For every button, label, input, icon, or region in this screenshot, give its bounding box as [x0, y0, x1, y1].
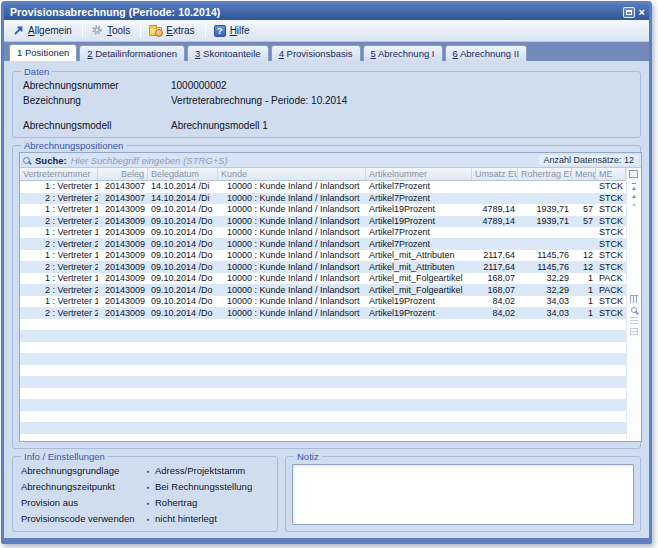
table-row[interactable]: 1 : Vertreter 1 20143007 14.10.2014 /Di …	[20, 181, 626, 193]
menu-allgemein[interactable]: Allgemein	[7, 22, 80, 39]
table-row[interactable]: 1 : Vertreter 1 20143009 09.10.2014 /Do …	[20, 296, 626, 308]
menu-hilfe[interactable]: ? Hilfe	[208, 22, 258, 40]
table-row[interactable]: 2 : Vertreter 2 20143009 09.10.2014 /Do …	[20, 308, 626, 320]
menu-tools[interactable]: Tools	[85, 21, 138, 41]
table-row[interactable]: 1 : Vertreter 1 20143009 09.10.2014 /Do …	[20, 227, 626, 239]
field-abrechnungsnummer: Abrechnungsnummer 1000000002	[23, 80, 630, 92]
daten-legend: Daten	[21, 66, 52, 77]
cell-beleg: 20143009	[98, 227, 148, 239]
scroll-to-top-button[interactable]: ▴	[632, 183, 636, 192]
notiz-textarea[interactable]	[292, 464, 634, 525]
info-row-grundlage: Abrechnungsgrundlage ▪ Adress/Projektsta…	[21, 465, 269, 476]
tab-abrechnung-1[interactable]: 5 Abrechnung I	[363, 45, 443, 61]
cell-kunde: 10000 : Kunde Inland / Inlandsort	[218, 239, 366, 251]
field-value: Abrechnungsmodell 1	[171, 120, 268, 132]
cell-me: STCK	[596, 296, 626, 308]
tab-skontoanteile[interactable]: 3 Skontoanteile	[187, 45, 269, 61]
info-value: Rohertrag	[155, 497, 197, 508]
arrow-ne-icon	[13, 25, 24, 36]
cell-kunde: 10000 : Kunde Inland / Inlandsort	[218, 250, 366, 262]
cell-artikelnummer: Artikel7Prozent	[366, 181, 472, 193]
cell-menge: 1	[572, 296, 596, 308]
cell-me: STCK	[596, 216, 626, 228]
cell-me: STCK	[596, 250, 626, 262]
tab-positionen[interactable]: 1 Positionen	[9, 44, 77, 61]
info-value: Bei Rechnungsstellung	[155, 481, 252, 492]
scroll-up-button[interactable]: ▴	[632, 192, 636, 200]
main-toolbar: Allgemein Tools Extras ? Hilfe	[4, 20, 649, 42]
tab-abrechnung-2[interactable]: 6 Abrechnung II	[445, 45, 528, 61]
search-icon	[23, 157, 30, 164]
menu-allgemein-label: Allgemein	[28, 25, 72, 36]
cell-umsatz: 84,02	[472, 296, 518, 308]
table-row[interactable]: 1 : Vertreter 1 20143009 09.10.2014 /Do …	[20, 250, 626, 262]
table-row[interactable]: 2 : Vertreter 2 20143007 14.10.2014 /Di …	[20, 193, 626, 205]
column-header-vertreternummer[interactable]: Vertreternummer	[20, 168, 98, 180]
tab-content: Daten Abrechnungsnummer 1000000002 Bezei…	[4, 61, 649, 538]
info-value: Adress/Projektstamm	[155, 465, 245, 476]
field-abrechnungsmodell: Abrechnungsmodell Abrechnungsmodell 1	[23, 120, 630, 132]
info-row-provision-aus: Provision aus ▪ Rohertrag	[21, 497, 269, 508]
table-row[interactable]: 2 : Vertreter 2 20143009 09.10.2014 /Do …	[20, 285, 626, 297]
maximize-button[interactable]	[623, 7, 635, 18]
cell-kunde: 10000 : Kunde Inland / Inlandsort	[218, 204, 366, 216]
search-input[interactable]: Hier Suchbegriff eingeben (STRG+S)	[71, 155, 536, 166]
cell-umsatz: 168,07	[472, 285, 518, 297]
cell-belegdatum: 14.10.2014 /Di	[148, 193, 218, 205]
cell-kunde: 10000 : Kunde Inland / Inlandsort	[218, 296, 366, 308]
cell-belegdatum: 09.10.2014 /Do	[148, 204, 218, 216]
gear-icon	[91, 24, 103, 38]
field-label: Abrechnungsnummer	[23, 80, 171, 92]
cell-umsatz: 4789,14	[472, 216, 518, 228]
info-label: Abrechnungsgrundlage	[21, 465, 141, 476]
column-header-artikelnummer[interactable]: Artikelnummer	[366, 168, 472, 180]
cell-umsatz	[472, 193, 518, 205]
page-up-button[interactable]: ▴	[632, 200, 636, 208]
table-row[interactable]: 1 : Vertreter 1 20143009 09.10.2014 /Do …	[20, 273, 626, 285]
table-row[interactable]: 1 : Vertreter 1 20143009 09.10.2014 /Do …	[20, 204, 626, 216]
menu-extras[interactable]: Extras	[143, 22, 202, 39]
column-chooser-icon[interactable]	[630, 295, 638, 303]
select-columns-button[interactable]	[631, 168, 638, 181]
title-bar[interactable]: Provisionsabrechnung (Periode: 10.2014) …	[4, 4, 649, 20]
cell-umsatz: 2117,64	[472, 250, 518, 262]
cell-me: STCK	[596, 262, 626, 274]
cell-vertreternummer: 1 : Vertreter 1	[20, 204, 98, 216]
cell-rohertrag: 1145,76	[518, 262, 572, 274]
column-header-umsatz[interactable]: Umsatz EUR	[472, 168, 518, 180]
cell-belegdatum: 09.10.2014 /Do	[148, 227, 218, 239]
close-button[interactable]: ×	[638, 7, 645, 18]
cell-rohertrag: 34,03	[518, 296, 572, 308]
cell-kunde: 10000 : Kunde Inland / Inlandsort	[218, 216, 366, 228]
column-header-menge[interactable]: Menge	[572, 168, 596, 180]
cell-kunde: 10000 : Kunde Inland / Inlandsort	[218, 193, 366, 205]
cell-rohertrag	[518, 181, 572, 193]
cell-vertreternummer: 1 : Vertreter 1	[20, 227, 98, 239]
tab-provisionsbasis[interactable]: 4 Provisionsbasis	[271, 45, 361, 61]
field-bezeichnung: Bezeichnung Vertreterabrechnung - Period…	[23, 95, 630, 107]
cell-rohertrag	[518, 239, 572, 251]
column-header-rohertrag[interactable]: Rohertrag EUR	[518, 168, 572, 180]
cell-beleg: 20143009	[98, 296, 148, 308]
table-row[interactable]: 2 : Vertreter 2 20143009 09.10.2014 /Do …	[20, 239, 626, 251]
column-header-me[interactable]: ME	[596, 168, 626, 180]
column-header-beleg[interactable]: Beleg	[98, 168, 148, 180]
column-header-kunde[interactable]: Kunde	[218, 168, 366, 180]
info-row-zeitpunkt: Abrechnungszeitpunkt ▪ Bei Rechnungsstel…	[21, 481, 269, 492]
table-row[interactable]: 2 : Vertreter 2 20143009 09.10.2014 /Do …	[20, 262, 626, 274]
tab-detailinformationen[interactable]: 2 Detailinformationen	[79, 45, 185, 61]
toolbar-separator	[82, 23, 83, 38]
table-body: 1 : Vertreter 1 20143007 14.10.2014 /Di …	[20, 181, 626, 441]
zoom-icon[interactable]	[631, 307, 637, 313]
cell-umsatz: 84,02	[472, 308, 518, 320]
table-row[interactable]: 2 : Vertreter 2 20143009 09.10.2014 /Do …	[20, 216, 626, 228]
daten-groupbox: Daten Abrechnungsnummer 1000000002 Bezei…	[12, 71, 641, 138]
cell-belegdatum: 09.10.2014 /Do	[148, 273, 218, 285]
column-header-belegdatum[interactable]: Belegdatum	[148, 168, 218, 180]
cell-artikelnummer: Artikel_mit_Folgeartikel	[366, 273, 472, 285]
cell-rohertrag: 32,29	[518, 273, 572, 285]
options-icon[interactable]	[630, 328, 638, 335]
toolbar-separator	[205, 23, 206, 38]
summary-icon[interactable]	[630, 317, 638, 324]
cell-menge: 1	[572, 285, 596, 297]
